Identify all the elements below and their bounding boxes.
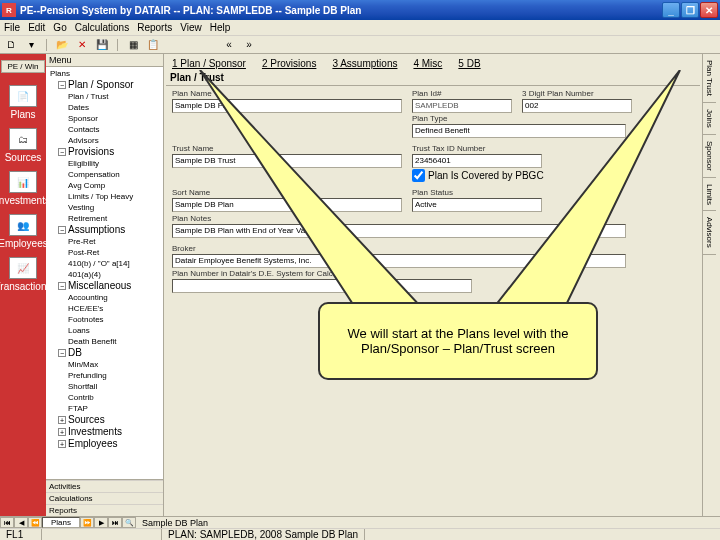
sidebar-item-investments[interactable]: 📊Investments — [5, 171, 41, 206]
tab-assumptions[interactable]: 3 Assumptions — [332, 58, 397, 69]
toolbar-grid-icon[interactable]: ▦ — [126, 38, 140, 52]
tree-node[interactable]: Contrib — [46, 392, 163, 403]
tree-pane: Menu Plans −Plan / Sponsor Plan / Trust … — [46, 54, 164, 516]
sidebar-item-sources[interactable]: 🗂Sources — [5, 128, 41, 163]
tree-node[interactable]: Shortfall — [46, 381, 163, 392]
tree-node[interactable]: −Provisions — [46, 146, 163, 158]
toolbar-save-icon[interactable]: 💾 — [95, 38, 109, 52]
close-button[interactable]: ✕ — [700, 2, 718, 18]
tree-node[interactable]: Contacts — [46, 124, 163, 135]
input-plan-name[interactable]: Sample DB Plan — [172, 99, 402, 113]
tree-node[interactable]: Sponsor — [46, 113, 163, 124]
tree-node[interactable]: HCE/EE's — [46, 303, 163, 314]
tree-node[interactable]: −Assumptions — [46, 224, 163, 236]
window-titlebar: R PE--Pension System by DATAIR -- PLAN: … — [0, 0, 720, 20]
input-sort-name[interactable]: Sample DB Plan — [172, 198, 402, 212]
tree-node[interactable]: Eligibility — [46, 158, 163, 169]
tree-node[interactable]: Avg Comp — [46, 180, 163, 191]
input-trust-tax[interactable]: 23456401 — [412, 154, 542, 168]
tree-node[interactable]: +Sources — [46, 414, 163, 426]
sidebar-item-plans[interactable]: 📄Plans — [5, 85, 41, 120]
menu-view[interactable]: View — [180, 22, 202, 33]
toolbar-open-icon[interactable]: 📂 — [55, 38, 69, 52]
rtab-limits[interactable]: Limits — [703, 178, 716, 212]
minimize-button[interactable]: _ — [662, 2, 680, 18]
bottom-tab-activities[interactable]: Activities — [46, 480, 163, 492]
input-plan-notes[interactable]: Sample DB Plan with End of Year Val... — [172, 224, 626, 238]
nav-rewind-button[interactable]: ⏪ — [28, 517, 42, 528]
nav-last-button[interactable]: ⏭ — [108, 517, 122, 528]
rtab-joins[interactable]: Joins — [703, 103, 716, 135]
menu-help[interactable]: Help — [210, 22, 231, 33]
nav-next-button[interactable]: ▶ — [94, 517, 108, 528]
input-plan-id[interactable]: SAMPLEDB — [412, 99, 512, 113]
nav-find-button[interactable]: 🔍 — [122, 517, 136, 528]
tab-misc[interactable]: 4 Misc — [413, 58, 442, 69]
input-broker[interactable]: Datair Employee Benefit Systems, Inc. — [172, 254, 626, 268]
menu-file[interactable]: File — [4, 22, 20, 33]
tree-node[interactable]: Compensation — [46, 169, 163, 180]
menu-calculations[interactable]: Calculations — [75, 22, 129, 33]
nav-prev-button[interactable]: ◀ — [14, 517, 28, 528]
input-trust-name[interactable]: Sample DB Trust — [172, 154, 402, 168]
input-plan-number[interactable]: 002 — [522, 99, 632, 113]
toolbar-doc-icon[interactable]: ▾ — [24, 38, 38, 52]
tree-node[interactable]: Death Benefit — [46, 336, 163, 347]
rtab-advisors[interactable]: Advisors — [703, 211, 716, 255]
tree-node[interactable]: Prefunding — [46, 370, 163, 381]
tree-node[interactable]: +Investments — [46, 426, 163, 438]
restore-button[interactable]: ❐ — [681, 2, 699, 18]
tree-node[interactable]: +Employees — [46, 438, 163, 450]
tab-provisions[interactable]: 2 Provisions — [262, 58, 316, 69]
sidebar-item-employees[interactable]: 👥Employees — [5, 214, 41, 249]
status-bar: ⏮ ◀ ⏪ Plans ⏩ ▶ ⏭ 🔍 Sample DB Plan FL1 P… — [0, 516, 720, 540]
toolbar-report-icon[interactable]: 📋 — [146, 38, 160, 52]
tab-db[interactable]: 5 DB — [458, 58, 480, 69]
tree-node[interactable]: Accounting — [46, 292, 163, 303]
nav-prev-button[interactable]: « — [222, 38, 236, 52]
tree-node[interactable]: Vesting — [46, 202, 163, 213]
sidebar-item-transactions[interactable]: 📈Transactions — [5, 257, 41, 292]
tree-node[interactable]: Min/Max — [46, 359, 163, 370]
tree-node[interactable]: Advisors — [46, 135, 163, 146]
tree-node[interactable]: Plans — [46, 68, 163, 79]
tree-node[interactable]: −Plan / Sponsor — [46, 79, 163, 91]
rtab-plan-trust[interactable]: Plan Trust — [703, 54, 716, 103]
tree-node[interactable]: Loans — [46, 325, 163, 336]
toolbar: 🗋 ▾ 📂 ✕ 💾 ▦ 📋 « » — [0, 36, 720, 54]
toolbar-delete-icon[interactable]: ✕ — [75, 38, 89, 52]
tree-node[interactable]: Limits / Top Heavy — [46, 191, 163, 202]
nav-ffwd-button[interactable]: ⏩ — [80, 517, 94, 528]
tree-node[interactable]: −Miscellaneous — [46, 280, 163, 292]
tree-node[interactable]: −DB — [46, 347, 163, 359]
app-icon: R — [2, 3, 16, 17]
tab-plan-sponsor[interactable]: 1 Plan / Sponsor — [172, 58, 246, 69]
tree-node[interactable]: Post-Ret — [46, 247, 163, 258]
tree-node[interactable]: Retirement — [46, 213, 163, 224]
input-datair-num[interactable] — [172, 279, 472, 293]
checkbox-pbgc[interactable]: Plan Is Covered by PBGC — [412, 169, 544, 182]
tree-node[interactable]: Plan / Trust — [46, 91, 163, 102]
menu-go[interactable]: Go — [53, 22, 66, 33]
tree-node[interactable]: Pre-Ret — [46, 236, 163, 247]
tree-node[interactable]: 401(a)(4) — [46, 269, 163, 280]
tree-node[interactable]: 410(b) / "O" a[14] — [46, 258, 163, 269]
status-cell-empty — [42, 529, 162, 540]
bottom-tab-calculations[interactable]: Calculations — [46, 492, 163, 504]
rtab-sponsor[interactable]: Sponsor — [703, 135, 716, 178]
toolbar-new-icon[interactable]: 🗋 — [4, 38, 18, 52]
select-plan-type[interactable]: Defined Benefit — [412, 124, 626, 138]
sources-icon: 🗂 — [9, 128, 37, 150]
nav-next-button[interactable]: » — [242, 38, 256, 52]
menu-reports[interactable]: Reports — [137, 22, 172, 33]
tree-node[interactable]: Footnotes — [46, 314, 163, 325]
checkbox-pbgc-input[interactable] — [412, 169, 425, 182]
select-plan-status[interactable]: Active — [412, 198, 542, 212]
nav-first-button[interactable]: ⏮ — [0, 517, 14, 528]
employees-icon: 👥 — [9, 214, 37, 236]
nav-tree[interactable]: Plans −Plan / Sponsor Plan / Trust Dates… — [46, 67, 163, 479]
menu-edit[interactable]: Edit — [28, 22, 45, 33]
tree-node[interactable]: FTAP — [46, 403, 163, 414]
bottom-tab-reports[interactable]: Reports — [46, 504, 163, 516]
tree-node[interactable]: Dates — [46, 102, 163, 113]
